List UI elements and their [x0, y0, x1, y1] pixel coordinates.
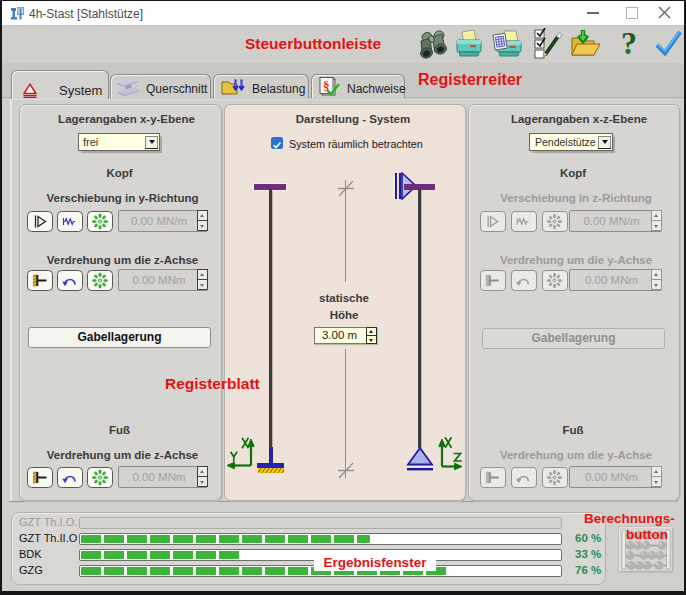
svg-text:?: ? — [621, 27, 637, 59]
